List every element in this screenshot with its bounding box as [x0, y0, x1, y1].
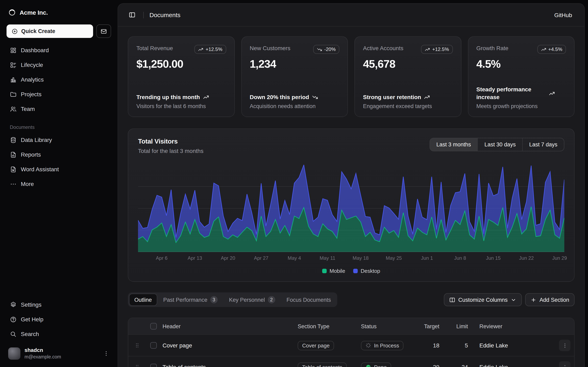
row-checkbox[interactable] — [150, 342, 157, 349]
sidebar-item-more[interactable]: More — [7, 177, 111, 191]
x-tick: Jun 29 — [552, 255, 567, 261]
range-last-30-days[interactable]: Last 30 days — [477, 138, 522, 151]
x-tick: Apr 6 — [156, 255, 167, 261]
row-checkbox[interactable] — [150, 364, 157, 367]
legend-swatch — [322, 268, 327, 273]
quick-create-button[interactable]: Quick Create — [7, 25, 93, 38]
drag-handle[interactable] — [134, 364, 140, 367]
columns-icon — [449, 297, 456, 303]
section-type-label: Cover page — [302, 342, 329, 349]
main-panel: Documents GitHub Total Revenue+12.5%$1,2… — [118, 3, 585, 367]
projects-icon — [10, 91, 17, 98]
x-tick: Apr 13 — [188, 255, 202, 261]
target-value[interactable]: 29 — [433, 364, 439, 367]
dots-icon — [10, 180, 17, 187]
settings-icon — [10, 301, 17, 308]
stat-card-growth-rate: Growth Rate+4.5%4.5%Steady performance i… — [468, 36, 575, 117]
sidebar-item-settings[interactable]: Settings — [7, 298, 111, 311]
sidebar-item-word-assistant[interactable]: Word Assistant — [7, 163, 111, 176]
kebab-icon — [103, 350, 109, 357]
x-tick: Jun 8 — [454, 255, 466, 261]
sidebar-item-projects[interactable]: Projects — [7, 88, 111, 101]
x-tick: May 4 — [288, 255, 301, 261]
view-tabs: OutlinePast Performance3Key Personnel2Fo… — [128, 292, 337, 307]
github-link[interactable]: GitHub — [550, 9, 576, 21]
limit-value[interactable]: 24 — [462, 364, 468, 367]
inbox-button[interactable] — [96, 25, 111, 38]
user-menu[interactable]: shadcn m@example.com — [7, 346, 111, 361]
sidebar-item-lifecycle[interactable]: Lifecycle — [7, 58, 111, 71]
column-header-status: Status — [361, 323, 377, 329]
customize-columns-button[interactable]: Customize Columns — [444, 293, 522, 306]
sidebar-toggle-button[interactable] — [126, 9, 138, 21]
stat-cards: Total Revenue+12.5%$1,250.00Trending up … — [128, 36, 575, 117]
tab-label: Past Performance — [163, 297, 208, 303]
sidebar-item-label: Settings — [21, 301, 42, 308]
avatar — [8, 347, 20, 359]
reviewer-name[interactable]: Eddie Lake — [479, 364, 508, 367]
word-icon — [10, 166, 17, 173]
sidebar-item-label: Data Library — [21, 137, 52, 143]
x-tick: Jun 1 — [421, 255, 433, 261]
select-all-checkbox[interactable] — [150, 323, 157, 329]
panel-left-icon — [129, 11, 135, 18]
report-icon — [10, 151, 17, 158]
row-actions-button[interactable] — [559, 361, 571, 367]
sidebar-item-data-library[interactable]: Data Library — [7, 133, 111, 146]
drag-handle[interactable] — [134, 342, 140, 349]
sidebar-item-label: Projects — [21, 91, 42, 98]
brand[interactable]: Acme Inc. — [7, 4, 111, 20]
team-icon — [10, 105, 17, 112]
stat-label: Active Accounts — [363, 45, 403, 51]
column-header-reviewer: Reviewer — [479, 323, 502, 329]
sidebar-item-search[interactable]: Search — [7, 328, 111, 341]
x-tick: Jun 22 — [519, 255, 534, 261]
sidebar-item-team[interactable]: Team — [7, 102, 111, 115]
visitors-chart-card: Total Visitors Total for the last 3 mont… — [128, 128, 575, 282]
row-header-link[interactable]: Table of contents — [163, 364, 206, 367]
row-header-link[interactable]: Cover page — [163, 342, 192, 349]
tab-key-personnel[interactable]: Key Personnel2 — [224, 294, 281, 306]
limit-value[interactable]: 5 — [465, 342, 468, 349]
sidebar-item-dashboard[interactable]: Dashboard — [7, 44, 111, 57]
x-tick: May 11 — [320, 255, 336, 261]
column-header-section-type: Section Type — [298, 323, 329, 329]
tab-label: Focus Documents — [286, 297, 331, 303]
plus-icon — [530, 297, 536, 303]
target-value[interactable]: 18 — [433, 342, 439, 349]
range-last-3-months[interactable]: Last 3 months — [430, 138, 477, 151]
trend-up-icon — [424, 94, 430, 100]
legend-label: Mobile — [329, 268, 345, 274]
sidebar-nav-documents: Data LibraryReportsWord AssistantMore — [7, 133, 111, 191]
status-label: In Process — [374, 342, 399, 349]
tab-label: Key Personnel — [229, 297, 265, 303]
sidebar-item-label: Analytics — [21, 76, 44, 83]
trend-up-icon — [549, 90, 555, 96]
sidebar-item-label: Word Assistant — [21, 166, 59, 173]
sidebar-item-label: Reports — [21, 151, 41, 158]
reviewer-name[interactable]: Eddie Lake — [479, 342, 508, 349]
sidebar-item-analytics[interactable]: Analytics — [7, 73, 111, 86]
search-icon — [10, 331, 17, 338]
legend-desktop[interactable]: Desktop — [354, 268, 380, 274]
x-tick: Apr 20 — [221, 255, 235, 261]
add-section-button[interactable]: Add Section — [525, 293, 575, 306]
loader-icon — [365, 342, 371, 348]
section-type-label: Table of contents — [302, 364, 342, 367]
column-header-header: Header — [163, 323, 181, 329]
stat-value: 4.5% — [476, 58, 566, 71]
sidebar-item-reports[interactable]: Reports — [7, 148, 111, 161]
range-last-7-days[interactable]: Last 7 days — [522, 138, 564, 151]
x-tick: Apr 27 — [254, 255, 268, 261]
status-label: Done — [374, 364, 387, 367]
sidebar-item-get-help[interactable]: Get Help — [7, 313, 111, 326]
stat-card-active-accounts: Active Accounts+12.5%45,678Strong user r… — [355, 36, 461, 117]
legend-mobile[interactable]: Mobile — [322, 268, 345, 274]
tab-outline[interactable]: Outline — [129, 294, 157, 306]
user-menu-button[interactable] — [103, 350, 109, 357]
tab-focus-documents[interactable]: Focus Documents — [281, 294, 336, 306]
sidebar-item-label: Lifecycle — [21, 62, 43, 68]
brand-name: Acme Inc. — [20, 9, 48, 16]
tab-past-performance[interactable]: Past Performance3 — [158, 294, 223, 306]
row-actions-button[interactable] — [559, 340, 571, 351]
